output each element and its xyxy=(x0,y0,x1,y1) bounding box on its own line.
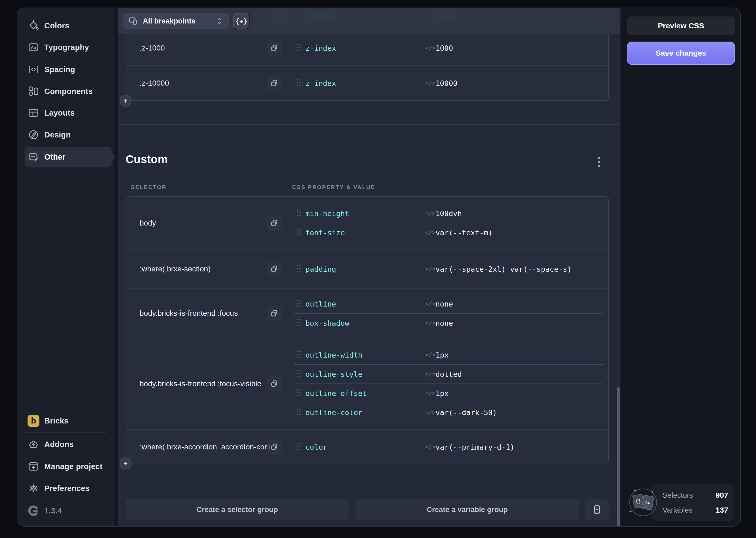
drag-handle-icon[interactable] xyxy=(296,78,302,88)
selector-label[interactable]: body.bricks-is-frontend :focus xyxy=(140,309,238,318)
sidebar-item-layouts[interactable]: Layouts xyxy=(25,104,112,122)
add-selector-button[interactable]: + xyxy=(120,457,131,469)
css-property-name[interactable]: color xyxy=(305,443,327,451)
drag-handle-icon[interactable] xyxy=(296,442,302,452)
css-property-name[interactable]: outline-offset xyxy=(305,389,367,398)
create-selector-group-button[interactable]: Create a selector group xyxy=(126,499,349,520)
svg-text:Aa: Aa xyxy=(31,45,36,50)
sidebar-item-typography[interactable]: Aa Typography xyxy=(25,39,112,56)
spacing-icon xyxy=(27,64,39,75)
sidebar-item-label: Spacing xyxy=(44,65,75,74)
preview-css-button[interactable]: Preview CSS xyxy=(627,17,735,35)
sidebar-item-preferences[interactable]: Preferences xyxy=(25,480,112,497)
typography-icon: Aa xyxy=(27,41,39,53)
sidebar-item-label: Typography xyxy=(44,43,89,52)
css-property-value[interactable]: 100dvh xyxy=(435,209,462,218)
selector-label[interactable]: body xyxy=(140,219,156,227)
vertical-scrollbar[interactable] xyxy=(617,387,620,527)
css-property-name[interactable]: min-height xyxy=(305,209,349,218)
drag-handle-icon[interactable] xyxy=(296,350,302,360)
copy-button[interactable] xyxy=(267,40,282,56)
css-property-value[interactable]: var(--dark-50) xyxy=(435,408,497,417)
selector-label[interactable]: body.bricks-is-frontend :focus-visible xyxy=(140,379,261,388)
section-divider xyxy=(118,124,621,125)
selectors-count-value: 907 xyxy=(716,491,728,500)
css-property-value[interactable]: var(--text-m) xyxy=(435,229,492,237)
table-row: body min-height </> 100dvh xyxy=(126,197,608,249)
selector-label[interactable]: .z-10000 xyxy=(140,79,169,87)
copy-button[interactable] xyxy=(267,376,282,391)
add-selector-button[interactable]: + xyxy=(120,95,131,107)
css-property-name[interactable]: outline xyxy=(305,299,336,308)
css-property-name[interactable]: z-index xyxy=(305,44,336,52)
components-icon xyxy=(27,85,39,97)
css-property-name[interactable]: outline-color xyxy=(305,408,362,417)
sidebar-item-other[interactable]: Other xyxy=(25,148,112,166)
drag-handle-icon[interactable] xyxy=(296,369,302,379)
copy-button[interactable] xyxy=(267,439,282,455)
sidebar-item-design[interactable]: Design xyxy=(25,126,112,143)
selectors-count-label: Selectors xyxy=(663,491,693,500)
addons-icon xyxy=(27,438,39,450)
sidebar-divider xyxy=(25,500,107,500)
table-row: body.bricks-is-frontend :focus-visible o… xyxy=(126,338,608,429)
code-snippet-button[interactable]: {+} xyxy=(233,13,249,29)
selector-label[interactable]: :where(.brxe-section) xyxy=(140,265,211,273)
css-property-name[interactable]: z-index xyxy=(305,79,336,87)
drag-handle-icon[interactable] xyxy=(296,43,302,53)
code-value-icon: </> xyxy=(425,266,435,272)
drag-handle-icon[interactable] xyxy=(296,208,302,218)
variables-count-label: Variables xyxy=(663,506,692,514)
sidebar-item-label: Components xyxy=(44,87,93,96)
code-value-icon: </> xyxy=(425,300,435,307)
column-header-property: CSS PROPERTY & VALUE xyxy=(292,184,375,190)
css-property-name[interactable]: box-shadow xyxy=(305,319,349,327)
drag-handle-icon[interactable] xyxy=(296,299,302,309)
sidebar-item-addons[interactable]: Addons xyxy=(25,436,112,453)
css-property-value[interactable]: dotted xyxy=(435,370,462,378)
sidebar-item-manage-project[interactable]: Manage project xyxy=(25,458,112,475)
css-property-name[interactable]: outline-style xyxy=(305,370,362,378)
css-property-value[interactable]: 1px xyxy=(435,389,449,398)
app-window: Colors Aa Typography Spacing Components xyxy=(17,8,741,527)
css-property-value[interactable]: none xyxy=(435,319,453,327)
table-row: .z-10000 z-index </> 10000 xyxy=(126,65,608,100)
import-export-button[interactable] xyxy=(585,499,609,520)
save-changes-button[interactable]: Save changes xyxy=(627,42,735,65)
copy-button[interactable] xyxy=(267,306,282,321)
table-row: :where(.brxe-accordion .accordion-cont c… xyxy=(126,429,608,464)
create-variable-group-button[interactable]: Create a variable group xyxy=(356,499,579,520)
css-property-value[interactable]: 10000 xyxy=(435,79,457,87)
drag-handle-icon[interactable] xyxy=(296,264,302,274)
sidebar-item-label: Addons xyxy=(44,440,74,449)
section-menu-button[interactable] xyxy=(595,157,603,176)
zindex-table: .z-1000 z-index </> 1000 xyxy=(126,30,609,101)
css-property-name[interactable]: font-size xyxy=(305,229,345,237)
drag-handle-icon[interactable] xyxy=(296,228,302,238)
sidebar-item-colors[interactable]: Colors xyxy=(25,17,112,34)
svg-text:{}: {} xyxy=(635,498,641,505)
css-property-name[interactable]: padding xyxy=(305,265,336,273)
sidebar-item-components[interactable]: Components xyxy=(25,82,112,100)
css-property-name[interactable]: outline-width xyxy=(305,351,362,359)
drag-handle-icon[interactable] xyxy=(296,318,302,328)
sidebar-item-bricks[interactable]: b Bricks xyxy=(25,412,112,429)
css-property-value[interactable]: var(--space-2xl) var(--space-s) xyxy=(435,265,572,273)
copy-button[interactable] xyxy=(267,261,282,277)
sidebar-item-spacing[interactable]: Spacing xyxy=(25,61,112,78)
selector-label[interactable]: .z-1000 xyxy=(140,44,165,52)
drag-handle-icon[interactable] xyxy=(296,407,302,417)
sidebar: Colors Aa Typography Spacing Components xyxy=(17,8,114,526)
copy-button[interactable] xyxy=(267,216,282,231)
selector-label[interactable]: :where(.brxe-accordion .accordion-cont xyxy=(140,443,271,451)
css-property-value[interactable]: var(--primary-d-1) xyxy=(435,443,515,451)
breakpoint-select[interactable]: All breakpoints xyxy=(124,13,229,29)
custom-table: body min-height </> 100dvh xyxy=(126,196,609,463)
css-property-value[interactable]: 1000 xyxy=(435,44,453,52)
sidebar-item-label: Bricks xyxy=(44,416,69,425)
copy-button[interactable] xyxy=(267,76,282,91)
css-property-value[interactable]: 1px xyxy=(435,351,449,359)
colors-icon xyxy=(27,20,39,31)
drag-handle-icon[interactable] xyxy=(296,388,302,398)
css-property-value[interactable]: none xyxy=(435,299,453,308)
